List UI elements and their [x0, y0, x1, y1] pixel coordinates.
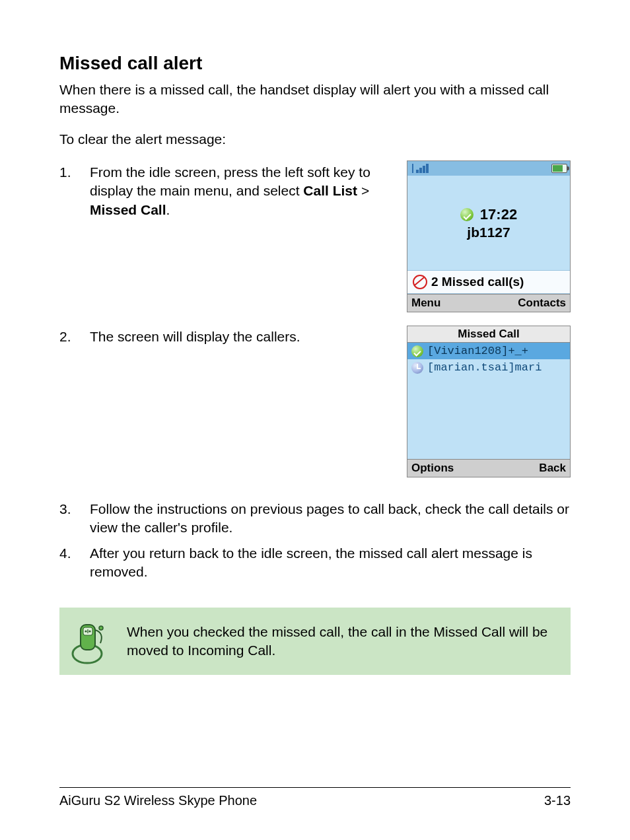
- caller-name: [Vivian1208]+_+: [427, 345, 528, 357]
- screen-title: Missed Call: [407, 326, 570, 343]
- caller-list: [Vivian1208]+_+ [marian.tsai]mari: [407, 343, 570, 459]
- step-number: 3.: [59, 500, 90, 538]
- svg-point-6: [99, 626, 103, 630]
- step-text: Follow the instructions on previous page…: [90, 500, 571, 538]
- missed-call-alert: 2 Missed call(s): [407, 270, 570, 294]
- phone-screenshot-missed-list: Missed Call [Vivian1208]+_+ [marian.tsai…: [407, 326, 571, 477]
- text-fragment: >: [357, 183, 369, 198]
- caller-row-selected[interactable]: [Vivian1208]+_+: [407, 343, 570, 359]
- step-text: From the idle screen, press the left sof…: [90, 163, 383, 219]
- step-1: 1. From the idle screen, press the left …: [59, 163, 383, 219]
- caller-row[interactable]: [marian.tsai]mari: [407, 359, 570, 376]
- step-2: 2. The screen will display the callers.: [59, 328, 383, 346]
- skype-username: jb1127: [467, 225, 510, 240]
- intro-paragraph: When there is a missed call, the handset…: [59, 81, 571, 118]
- softkey-right-back[interactable]: Back: [539, 462, 566, 475]
- missed-call-icon: [413, 275, 427, 289]
- footer-page-number: 3-13: [544, 793, 571, 808]
- step-3: 3. Follow the instructions on previous p…: [59, 500, 571, 538]
- step-4: 4. After you return back to the idle scr…: [59, 544, 571, 582]
- step-number: 1.: [59, 163, 90, 219]
- note-text: When you checked the missed call, the ca…: [127, 623, 559, 660]
- status-away-icon: [411, 362, 423, 374]
- phone-screenshot-idle: 17:22 jb1127 2 Missed call(s) Menu Conta…: [407, 160, 571, 312]
- bold-missed-call: Missed Call: [90, 202, 166, 217]
- status-bar: [407, 161, 570, 176]
- step-number: 4.: [59, 544, 90, 582]
- svg-point-3: [85, 631, 87, 633]
- status-online-icon: [460, 208, 473, 221]
- clear-instruction: To clear the alert message:: [59, 130, 571, 149]
- status-online-icon: [411, 345, 423, 357]
- bold-call-list: Call List: [303, 183, 357, 198]
- section-title: Missed call alert: [59, 53, 571, 74]
- page-footer: AiGuru S2 Wireless Skype Phone 3-13: [59, 787, 571, 808]
- battery-icon: [551, 164, 567, 173]
- softkey-left-options[interactable]: Options: [411, 462, 454, 475]
- step-number: 2.: [59, 328, 90, 346]
- caller-name: [marian.tsai]mari: [427, 361, 542, 374]
- note-mascot-icon: [66, 617, 108, 666]
- note-box: When you checked the missed call, the ca…: [59, 608, 571, 675]
- softkey-right-contacts[interactable]: Contacts: [518, 297, 566, 310]
- signal-icon: [410, 164, 429, 173]
- text-fragment: .: [166, 202, 170, 217]
- clock-time: 17:22: [480, 206, 517, 223]
- missed-call-text: 2 Missed call(s): [431, 275, 524, 289]
- softkey-left-menu[interactable]: Menu: [411, 297, 440, 310]
- svg-point-4: [88, 631, 90, 633]
- step-text: After you return back to the idle screen…: [90, 544, 571, 582]
- footer-product-name: AiGuru S2 Wireless Skype Phone: [59, 793, 257, 808]
- step-text: The screen will display the callers.: [90, 328, 383, 346]
